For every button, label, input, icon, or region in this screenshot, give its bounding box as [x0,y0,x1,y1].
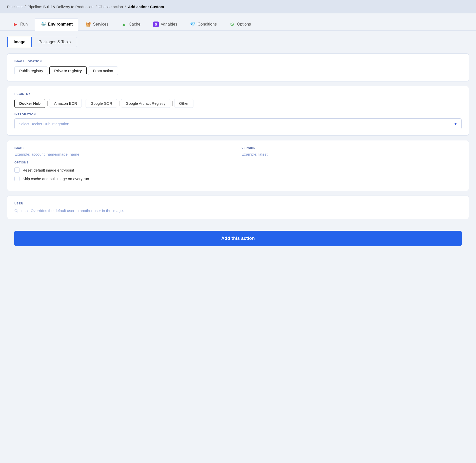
reset-entrypoint-label: Reset default image entrypoint [23,168,74,172]
conditions-icon: 💎 [190,22,195,27]
tab-variables-label: Variables [161,22,177,27]
reset-entrypoint-checkbox[interactable] [14,167,19,173]
version-field-label: VERSION [242,146,462,150]
skip-cache-row: Skip cache and pull image on every run [14,176,462,181]
image-location-label: IMAGE LOCATION [14,60,462,63]
registry-label: REGISTRY [14,92,462,95]
run-icon: ▶ [13,22,18,27]
image-version-row: IMAGE Example: account_name/image_name V… [14,146,462,156]
version-field-placeholder: Example: latest [242,152,462,156]
image-col: IMAGE Example: account_name/image_name [14,146,234,156]
tab-run-label: Run [20,22,28,27]
reset-entrypoint-row: Reset default image entrypoint [14,167,462,173]
registry-card: REGISTRY Docker Hub | Amazon ECR | Googl… [7,86,469,136]
environment-icon: 🐳 [40,22,46,27]
registry-sep-1: | [47,100,48,106]
sub-tab-packages-tools[interactable]: Packages & Tools [32,37,77,47]
registry-sep-3: | [118,100,120,106]
integration-placeholder: Select Docker Hub integration... [19,122,72,126]
user-card: USER Optional. Overrides the default use… [7,196,469,219]
integration-dropdown[interactable]: Select Docker Hub integration... ▼ [14,118,462,129]
image-field-placeholder: Example: account_name/image_name [14,152,234,156]
registry-sep-4: | [172,100,173,106]
breadcrumb: Pipelines / Pipeline: Build & Delivery t… [0,0,476,13]
cache-icon: ▲ [121,22,127,27]
integration-label: INTEGRATION [14,113,462,116]
tab-run[interactable]: ▶ Run [7,18,33,31]
other-registry-btn[interactable]: Other [174,99,193,108]
tab-cache[interactable]: ▲ Cache [116,18,146,31]
google-gcr-btn[interactable]: Google GCR [86,99,117,108]
version-col: VERSION Example: latest [242,146,462,156]
public-registry-btn[interactable]: Public registry [14,66,48,75]
sub-tab-image[interactable]: Image [7,37,32,47]
tab-options[interactable]: ⚙ Options [224,18,256,31]
sub-tab-group: Image Packages & Tools [7,37,469,47]
breadcrumb-pipelines[interactable]: Pipelines [7,5,23,9]
options-icon: ⚙ [229,22,235,27]
sub-tab-packages-tools-label: Packages & Tools [38,40,71,44]
options-label: OPTIONS [14,161,462,164]
sub-tab-image-label: Image [14,40,25,44]
user-label: USER [14,202,462,205]
registry-options: Docker Hub | Amazon ECR | Google GCR | G… [14,99,462,108]
services-icon: 🧺 [85,22,91,27]
tab-services-label: Services [93,22,108,27]
action-bar: Add this action [7,224,469,253]
private-registry-btn[interactable]: Private registry [49,66,87,75]
tab-conditions[interactable]: 💎 Conditions [184,18,222,31]
tab-environment-label: Environment [48,22,73,27]
breadcrumb-sep-1: / [25,5,26,9]
user-placeholder: Optional. Overrides the default user to … [14,208,462,213]
tab-conditions-label: Conditions [197,22,217,27]
tab-environment[interactable]: 🐳 Environment [35,18,78,31]
breadcrumb-sep-2: / [95,5,96,9]
tab-options-label: Options [237,22,251,27]
breadcrumb-pipeline-name[interactable]: Pipeline: Build & Delivery to Production [28,5,93,9]
breadcrumb-choose-action[interactable]: Choose action [98,5,123,9]
tab-services[interactable]: 🧺 Services [80,18,114,31]
tab-variables[interactable]: S Variables [148,18,183,31]
docker-hub-btn[interactable]: Docker Hub [14,99,45,108]
image-version-card: IMAGE Example: account_name/image_name V… [7,140,469,191]
options-section: OPTIONS Reset default image entrypoint S… [14,161,462,181]
breadcrumb-current: Add action: Custom [128,5,164,9]
main-content: Image Packages & Tools IMAGE LOCATION Pu… [0,31,476,259]
image-location-options: Public registry Private registry From ac… [14,66,462,75]
google-artifact-registry-btn[interactable]: Google Artifact Registry [121,99,171,108]
image-location-card: IMAGE LOCATION Public registry Private r… [7,53,469,81]
dropdown-arrow-icon: ▼ [454,122,457,126]
image-field-label: IMAGE [14,146,234,150]
add-action-button[interactable]: Add this action [14,231,462,246]
tab-cache-label: Cache [129,22,141,27]
tab-bar: ▶ Run 🐳 Environment 🧺 Services ▲ Cache S… [0,13,476,31]
registry-sep-2: | [83,100,85,106]
variables-icon: S [153,22,159,27]
amazon-ecr-btn[interactable]: Amazon ECR [49,99,82,108]
breadcrumb-sep-3: / [125,5,126,9]
skip-cache-checkbox[interactable] [14,176,19,181]
from-action-btn[interactable]: From action [88,66,118,75]
skip-cache-label: Skip cache and pull image on every run [23,177,89,181]
